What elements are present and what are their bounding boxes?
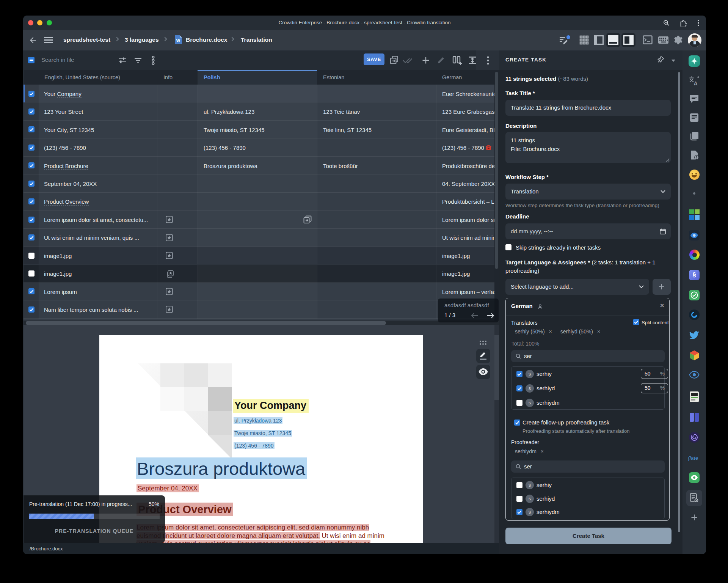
svg-text:A: A [694, 80, 698, 86]
svg-text:W: W [176, 38, 180, 43]
